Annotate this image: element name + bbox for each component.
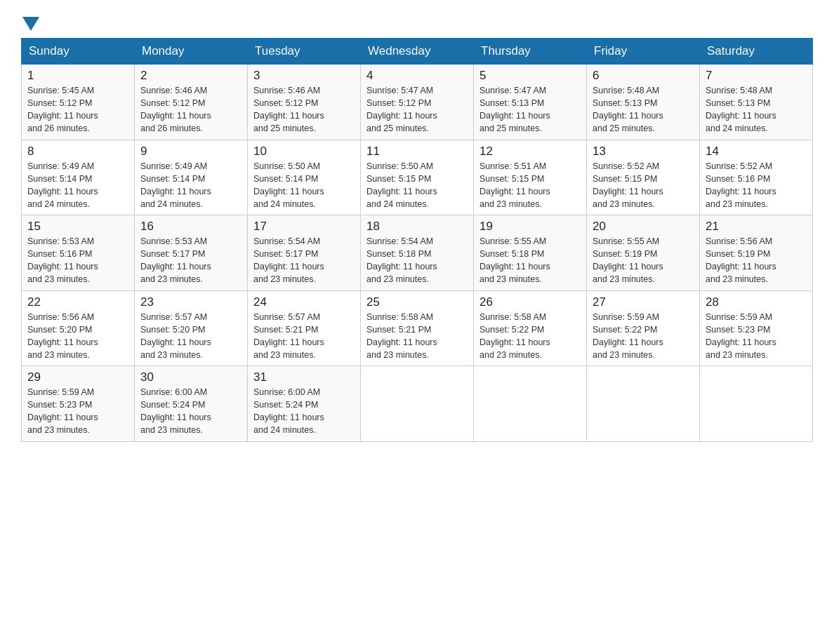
day-number: 30: [140, 370, 241, 384]
day-number: 6: [593, 69, 694, 83]
calendar-week-row: 22Sunrise: 5:56 AMSunset: 5:20 PMDayligh…: [22, 290, 813, 366]
calendar-cell: 23Sunrise: 5:57 AMSunset: 5:20 PMDayligh…: [135, 290, 248, 366]
calendar-cell: 4Sunrise: 5:47 AMSunset: 5:12 PMDaylight…: [361, 65, 474, 140]
calendar-cell: [361, 366, 474, 442]
calendar-cell: 25Sunrise: 5:58 AMSunset: 5:21 PMDayligh…: [361, 290, 474, 366]
logo-triangle-icon: [22, 17, 39, 31]
calendar-cell: [700, 366, 813, 442]
day-number: 31: [253, 370, 355, 384]
day-info: Sunrise: 5:55 AMSunset: 5:19 PMDaylight:…: [593, 235, 694, 286]
day-number: 15: [27, 220, 128, 234]
day-info: Sunrise: 5:49 AMSunset: 5:14 PMDaylight:…: [140, 160, 241, 211]
calendar-week-row: 29Sunrise: 5:59 AMSunset: 5:23 PMDayligh…: [22, 366, 813, 442]
day-info: Sunrise: 5:47 AMSunset: 5:12 PMDaylight:…: [366, 84, 468, 135]
day-info: Sunrise: 5:46 AMSunset: 5:12 PMDaylight:…: [140, 84, 241, 135]
page-header: [21, 14, 813, 31]
logo: [21, 14, 39, 31]
calendar-cell: 15Sunrise: 5:53 AMSunset: 5:16 PMDayligh…: [22, 215, 135, 291]
calendar-cell: 10Sunrise: 5:50 AMSunset: 5:14 PMDayligh…: [248, 140, 361, 215]
day-info: Sunrise: 5:54 AMSunset: 5:18 PMDaylight:…: [366, 235, 468, 286]
day-info: Sunrise: 5:55 AMSunset: 5:18 PMDaylight:…: [479, 235, 581, 286]
calendar-cell: 24Sunrise: 5:57 AMSunset: 5:21 PMDayligh…: [248, 290, 361, 366]
day-number: 1: [27, 69, 128, 83]
day-number: 9: [140, 145, 241, 159]
day-number: 12: [479, 145, 581, 159]
calendar-cell: 28Sunrise: 5:59 AMSunset: 5:23 PMDayligh…: [700, 290, 813, 366]
day-number: 21: [706, 220, 807, 234]
calendar-cell: 30Sunrise: 6:00 AMSunset: 5:24 PMDayligh…: [135, 366, 248, 442]
calendar-week-row: 15Sunrise: 5:53 AMSunset: 5:16 PMDayligh…: [22, 215, 813, 291]
calendar-cell: 31Sunrise: 6:00 AMSunset: 5:24 PMDayligh…: [248, 366, 361, 442]
day-info: Sunrise: 5:57 AMSunset: 5:20 PMDaylight:…: [140, 311, 241, 362]
calendar-cell: 12Sunrise: 5:51 AMSunset: 5:15 PMDayligh…: [474, 140, 587, 215]
day-info: Sunrise: 5:59 AMSunset: 5:22 PMDaylight:…: [593, 311, 694, 362]
calendar-week-row: 8Sunrise: 5:49 AMSunset: 5:14 PMDaylight…: [22, 140, 813, 215]
day-number: 10: [253, 145, 355, 159]
calendar-cell: 3Sunrise: 5:46 AMSunset: 5:12 PMDaylight…: [248, 65, 361, 140]
day-info: Sunrise: 5:48 AMSunset: 5:13 PMDaylight:…: [706, 84, 807, 135]
calendar-cell: 2Sunrise: 5:46 AMSunset: 5:12 PMDaylight…: [135, 65, 248, 140]
day-info: Sunrise: 5:50 AMSunset: 5:15 PMDaylight:…: [366, 160, 468, 211]
weekday-header-tuesday: Tuesday: [248, 39, 361, 65]
day-number: 4: [366, 69, 468, 83]
day-info: Sunrise: 5:53 AMSunset: 5:17 PMDaylight:…: [140, 235, 241, 286]
day-info: Sunrise: 5:56 AMSunset: 5:19 PMDaylight:…: [706, 235, 807, 286]
day-info: Sunrise: 6:00 AMSunset: 5:24 PMDaylight:…: [140, 386, 241, 437]
calendar-cell: 6Sunrise: 5:48 AMSunset: 5:13 PMDaylight…: [587, 65, 700, 140]
calendar-cell: 19Sunrise: 5:55 AMSunset: 5:18 PMDayligh…: [474, 215, 587, 291]
day-info: Sunrise: 5:51 AMSunset: 5:15 PMDaylight:…: [479, 160, 581, 211]
calendar-cell: 27Sunrise: 5:59 AMSunset: 5:22 PMDayligh…: [587, 290, 700, 366]
day-number: 3: [253, 69, 355, 83]
day-number: 11: [366, 145, 468, 159]
day-number: 16: [140, 220, 241, 234]
day-info: Sunrise: 5:57 AMSunset: 5:21 PMDaylight:…: [253, 311, 355, 362]
day-info: Sunrise: 5:52 AMSunset: 5:15 PMDaylight:…: [593, 160, 694, 211]
weekday-header-row: SundayMondayTuesdayWednesdayThursdayFrid…: [22, 39, 813, 65]
day-info: Sunrise: 5:50 AMSunset: 5:14 PMDaylight:…: [253, 160, 355, 211]
day-info: Sunrise: 5:52 AMSunset: 5:16 PMDaylight:…: [706, 160, 807, 211]
calendar-cell: 20Sunrise: 5:55 AMSunset: 5:19 PMDayligh…: [587, 215, 700, 291]
day-number: 19: [479, 220, 581, 234]
day-info: Sunrise: 5:49 AMSunset: 5:14 PMDaylight:…: [27, 160, 128, 211]
day-number: 8: [27, 145, 128, 159]
weekday-header-wednesday: Wednesday: [361, 39, 474, 65]
calendar-cell: [474, 366, 587, 442]
day-number: 2: [140, 69, 241, 83]
calendar-cell: 26Sunrise: 5:58 AMSunset: 5:22 PMDayligh…: [474, 290, 587, 366]
weekday-header-monday: Monday: [135, 39, 248, 65]
weekday-header-sunday: Sunday: [22, 39, 135, 65]
day-info: Sunrise: 6:00 AMSunset: 5:24 PMDaylight:…: [253, 386, 355, 437]
calendar-cell: 13Sunrise: 5:52 AMSunset: 5:15 PMDayligh…: [587, 140, 700, 215]
calendar-cell: 21Sunrise: 5:56 AMSunset: 5:19 PMDayligh…: [700, 215, 813, 291]
day-number: 20: [593, 220, 694, 234]
calendar-cell: 17Sunrise: 5:54 AMSunset: 5:17 PMDayligh…: [248, 215, 361, 291]
day-number: 24: [253, 295, 355, 309]
day-number: 5: [479, 69, 581, 83]
calendar-table: SundayMondayTuesdayWednesdayThursdayFrid…: [21, 38, 813, 442]
day-number: 26: [479, 295, 581, 309]
day-number: 29: [27, 370, 128, 384]
day-info: Sunrise: 5:58 AMSunset: 5:21 PMDaylight:…: [366, 311, 468, 362]
weekday-header-friday: Friday: [587, 39, 700, 65]
day-info: Sunrise: 5:53 AMSunset: 5:16 PMDaylight:…: [27, 235, 128, 286]
calendar-cell: 1Sunrise: 5:45 AMSunset: 5:12 PMDaylight…: [22, 65, 135, 140]
day-number: 17: [253, 220, 355, 234]
calendar-cell: 16Sunrise: 5:53 AMSunset: 5:17 PMDayligh…: [135, 215, 248, 291]
calendar-cell: 9Sunrise: 5:49 AMSunset: 5:14 PMDaylight…: [135, 140, 248, 215]
day-info: Sunrise: 5:54 AMSunset: 5:17 PMDaylight:…: [253, 235, 355, 286]
weekday-header-thursday: Thursday: [474, 39, 587, 65]
calendar-cell: 29Sunrise: 5:59 AMSunset: 5:23 PMDayligh…: [22, 366, 135, 442]
day-info: Sunrise: 5:47 AMSunset: 5:13 PMDaylight:…: [479, 84, 581, 135]
day-info: Sunrise: 5:45 AMSunset: 5:12 PMDaylight:…: [27, 84, 128, 135]
calendar-cell: 8Sunrise: 5:49 AMSunset: 5:14 PMDaylight…: [22, 140, 135, 215]
day-number: 22: [27, 295, 128, 309]
day-number: 13: [593, 145, 694, 159]
calendar-cell: 11Sunrise: 5:50 AMSunset: 5:15 PMDayligh…: [361, 140, 474, 215]
day-number: 25: [366, 295, 468, 309]
calendar-cell: [587, 366, 700, 442]
day-info: Sunrise: 5:48 AMSunset: 5:13 PMDaylight:…: [593, 84, 694, 135]
calendar-cell: 22Sunrise: 5:56 AMSunset: 5:20 PMDayligh…: [22, 290, 135, 366]
day-number: 28: [706, 295, 807, 309]
calendar-week-row: 1Sunrise: 5:45 AMSunset: 5:12 PMDaylight…: [22, 65, 813, 140]
day-info: Sunrise: 5:56 AMSunset: 5:20 PMDaylight:…: [27, 311, 128, 362]
